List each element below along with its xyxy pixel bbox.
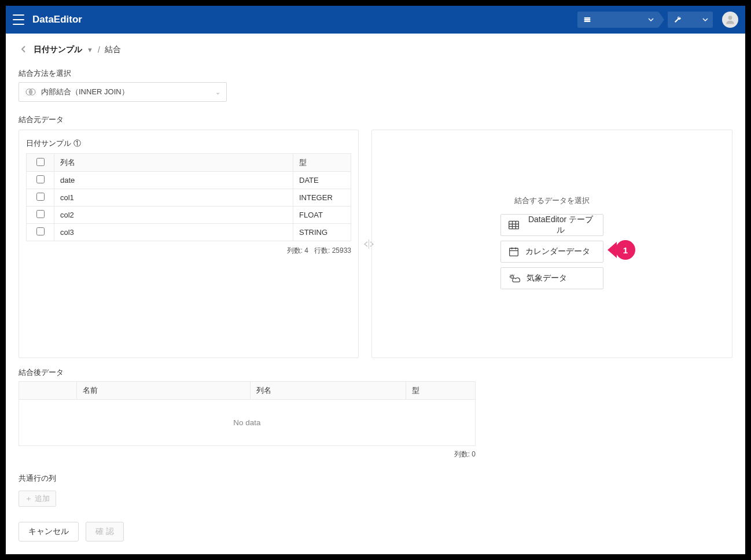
add-button[interactable]: ＋ 追加 [19, 491, 56, 507]
cancel-button[interactable]: キャンセル [19, 522, 79, 541]
after-empty-message: No data [19, 400, 476, 446]
source-header-name: 列名 [54, 154, 293, 172]
menu-icon[interactable] [13, 14, 24, 25]
table-row: col2 FLOAT [27, 207, 351, 224]
svg-point-3 [728, 16, 732, 20]
svg-point-15 [511, 275, 514, 278]
source-section-label: 結合元データ [19, 115, 732, 125]
chevron-down-icon[interactable]: ▼ [87, 46, 93, 53]
join-target-panel: 結合するデータを選択 DataEditor テーブル [371, 130, 732, 358]
table-row: date DATE [27, 172, 351, 189]
back-icon[interactable] [19, 43, 29, 57]
row-checkbox[interactable] [36, 193, 45, 201]
breadcrumb-parent[interactable]: 日付サンプル [34, 45, 82, 55]
join-method-value: 内部結合（INNER JOIN） [41, 87, 129, 97]
svg-rect-1 [584, 19, 591, 20]
svg-rect-11 [510, 248, 518, 256]
appbar: DataEditor [6, 6, 745, 34]
inner-join-icon [25, 88, 36, 96]
after-header-col: 列名 [251, 382, 406, 400]
pick-title: 結合するデータを選択 [500, 196, 603, 206]
weather-icon [508, 273, 521, 283]
svg-line-18 [510, 275, 511, 275]
pick-calendar-button[interactable]: カレンダーデータ [500, 241, 603, 263]
pick-dataeditor-table-button[interactable]: DataEditor テーブル [500, 214, 603, 236]
add-label: 追加 [35, 493, 50, 504]
col-name: date [54, 172, 293, 189]
select-all-checkbox[interactable] [36, 158, 45, 166]
svg-rect-2 [584, 21, 591, 22]
svg-rect-0 [584, 17, 591, 19]
pick-label: カレンダーデータ [525, 246, 590, 257]
row-checkbox[interactable] [36, 210, 45, 218]
breadcrumb-separator: / [98, 45, 100, 54]
col-type: FLOAT [293, 207, 351, 224]
source-panel: 日付サンプル ① 列名 型 date DATE [19, 130, 359, 358]
wrench-icon [673, 16, 682, 24]
row-checkbox[interactable] [36, 227, 45, 235]
svg-line-19 [513, 275, 514, 275]
chevron-down-icon: ⌄ [215, 89, 220, 96]
col-type: INTEGER [293, 189, 351, 207]
svg-rect-6 [509, 221, 519, 229]
confirm-button[interactable]: 確 認 [86, 522, 124, 541]
plus-icon: ＋ [25, 493, 32, 504]
source-columns-table: 列名 型 date DATE col1 INTEGE [26, 153, 351, 241]
after-table: 名前 列名 型 [19, 381, 476, 400]
common-section-label: 共通行の列 [19, 473, 732, 484]
source-header-type: 型 [293, 154, 351, 172]
breadcrumb: 日付サンプル ▼ / 結合 [6, 34, 745, 61]
after-section-label: 結合後データ [19, 367, 732, 378]
header-dropdown-storage[interactable] [577, 12, 658, 28]
col-type: STRING [293, 224, 351, 241]
source-footer: 列数: 4 行数: 25933 [26, 246, 351, 256]
chevron-down-icon [702, 16, 708, 24]
pick-label: DataEditor テーブル [525, 215, 596, 235]
storage-icon [583, 16, 591, 24]
after-footer: 列数: 0 [19, 450, 476, 459]
join-method-select[interactable]: 内部結合（INNER JOIN） ⌄ [19, 82, 227, 102]
join-method-label: 結合方法を選択 [19, 68, 732, 79]
col-type: DATE [293, 172, 351, 189]
after-header-type: 型 [406, 382, 476, 400]
col-name: col1 [54, 189, 293, 207]
source-panel-title: 日付サンプル ① [26, 138, 351, 149]
after-header-blank [19, 382, 77, 400]
col-name: col3 [54, 224, 293, 241]
breadcrumb-current: 結合 [105, 45, 121, 55]
table-icon [508, 220, 520, 230]
after-header-name: 名前 [77, 382, 251, 400]
app-title: DataEditor [32, 14, 82, 25]
table-row: col3 STRING [27, 224, 351, 241]
pick-label: 気象データ [527, 273, 567, 283]
avatar[interactable] [722, 12, 738, 28]
table-row: col1 INTEGER [27, 189, 351, 207]
chevron-down-icon [648, 16, 654, 24]
pick-weather-button[interactable]: 気象データ [500, 267, 603, 289]
row-checkbox[interactable] [36, 175, 45, 183]
calendar-icon [508, 246, 520, 257]
header-dropdown-tool[interactable] [668, 12, 713, 28]
col-name: col2 [54, 207, 293, 224]
